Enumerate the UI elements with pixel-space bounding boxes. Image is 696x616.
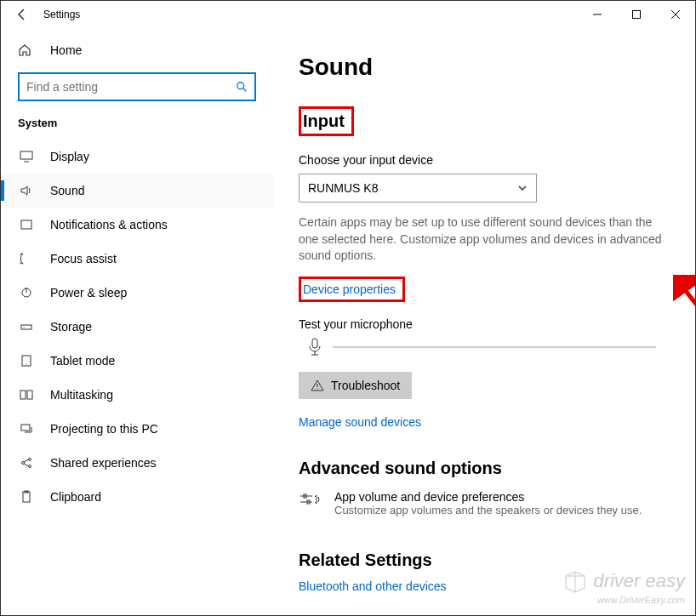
watermark: driver easy www.DriverEasy.com bbox=[562, 569, 685, 605]
related-heading: Related Settings bbox=[299, 550, 670, 570]
manage-devices-link[interactable]: Manage sound devices bbox=[299, 415, 421, 429]
nav-label: Tablet mode bbox=[50, 354, 115, 368]
section-label: System bbox=[1, 117, 273, 140]
sidebar-item-projecting[interactable]: Projecting to this PC bbox=[1, 412, 273, 446]
svg-rect-17 bbox=[21, 425, 30, 431]
svg-rect-15 bbox=[20, 391, 26, 399]
maximize-button[interactable] bbox=[617, 1, 656, 28]
sidebar-item-display[interactable]: Display bbox=[1, 140, 273, 174]
nav-label: Multitasking bbox=[50, 388, 113, 402]
button-label: Troubleshoot bbox=[331, 379, 400, 392]
home-nav[interactable]: Home bbox=[1, 37, 273, 64]
sidebar-item-sound[interactable]: Sound bbox=[1, 174, 273, 208]
nav-label: Sound bbox=[50, 184, 84, 197]
sidebar-item-focus-assist[interactable]: Focus assist bbox=[1, 242, 273, 276]
tablet-icon bbox=[18, 354, 35, 368]
sidebar-item-clipboard[interactable]: Clipboard bbox=[1, 480, 273, 514]
svg-point-12 bbox=[24, 327, 25, 328]
svg-rect-8 bbox=[21, 220, 31, 229]
sidebar-item-power[interactable]: Power & sleep bbox=[1, 276, 273, 310]
input-heading: Input bbox=[303, 111, 345, 131]
sidebar-item-shared[interactable]: Shared experiences bbox=[1, 446, 273, 480]
search-input[interactable] bbox=[18, 72, 256, 101]
close-button[interactable] bbox=[656, 1, 695, 28]
window-title: Settings bbox=[43, 9, 80, 20]
nav-label: Clipboard bbox=[50, 490, 101, 504]
svg-line-22 bbox=[24, 464, 29, 466]
nav-label: Display bbox=[50, 150, 89, 163]
storage-icon bbox=[18, 320, 35, 334]
choose-device-label: Choose your input device bbox=[299, 153, 670, 167]
svg-rect-1 bbox=[633, 11, 641, 19]
nav-label: Notifications & actions bbox=[50, 218, 168, 231]
svg-point-14 bbox=[26, 364, 27, 365]
svg-rect-11 bbox=[21, 325, 31, 329]
svg-rect-6 bbox=[20, 151, 32, 159]
multitasking-icon bbox=[18, 388, 35, 402]
nav-label: Projecting to this PC bbox=[50, 422, 158, 436]
microphone-icon bbox=[307, 338, 322, 356]
annotation-arrow bbox=[673, 275, 695, 334]
svg-line-21 bbox=[24, 459, 29, 462]
sidebar-item-storage[interactable]: Storage bbox=[1, 310, 273, 344]
focus-icon bbox=[18, 252, 35, 265]
test-mic-label: Test your microphone bbox=[299, 317, 670, 331]
chevron-down-icon bbox=[517, 183, 528, 193]
projecting-icon bbox=[18, 422, 35, 436]
minimize-button[interactable] bbox=[578, 1, 617, 28]
sliders-icon bbox=[299, 490, 322, 510]
clipboard-icon bbox=[18, 490, 35, 504]
device-properties-link[interactable]: Device properties bbox=[303, 282, 396, 296]
svg-rect-25 bbox=[312, 339, 317, 348]
watermark-brand: driver easy bbox=[593, 570, 685, 591]
nav-label: Shared experiences bbox=[50, 456, 157, 470]
search-icon bbox=[236, 81, 248, 93]
back-button[interactable] bbox=[9, 2, 35, 27]
display-icon bbox=[18, 150, 35, 163]
watermark-url: www.DriverEasy.com bbox=[562, 595, 685, 605]
troubleshoot-button[interactable]: Troubleshoot bbox=[299, 372, 412, 399]
dropdown-value: RUNMUS K8 bbox=[308, 181, 378, 195]
notifications-icon bbox=[18, 218, 35, 231]
sidebar-item-multitasking[interactable]: Multitasking bbox=[1, 378, 273, 412]
svg-point-29 bbox=[317, 388, 317, 389]
sidebar: Home System Display Sound Notifications … bbox=[1, 28, 273, 615]
input-device-dropdown[interactable]: RUNMUS K8 bbox=[299, 174, 537, 202]
app-volume-row[interactable]: App volume and device preferences Custom… bbox=[299, 490, 670, 516]
svg-rect-16 bbox=[27, 391, 32, 399]
title-bar: Settings bbox=[1, 1, 695, 28]
svg-rect-23 bbox=[23, 492, 30, 502]
nav-label: Focus assist bbox=[50, 252, 117, 265]
annotation-highlight: Input bbox=[299, 106, 354, 136]
mic-level-bar bbox=[333, 346, 656, 348]
shared-icon bbox=[18, 456, 35, 470]
nav-label: Power & sleep bbox=[50, 286, 127, 299]
nav-label: Storage bbox=[50, 320, 92, 334]
power-icon bbox=[18, 286, 35, 299]
page-title: Sound bbox=[299, 54, 670, 81]
app-volume-desc: Customize app volumes and the speakers o… bbox=[334, 504, 642, 516]
warning-icon bbox=[311, 379, 324, 392]
annotation-highlight: Device properties bbox=[299, 277, 405, 302]
svg-line-5 bbox=[243, 88, 247, 92]
sidebar-item-tablet[interactable]: Tablet mode bbox=[1, 344, 273, 378]
device-description: Certain apps may be set up to use differ… bbox=[299, 214, 670, 265]
sound-icon bbox=[18, 184, 35, 197]
app-volume-title: App volume and device preferences bbox=[334, 490, 642, 504]
home-icon bbox=[18, 43, 35, 57]
sidebar-item-notifications[interactable]: Notifications & actions bbox=[1, 208, 273, 242]
main-content: Sound Input Choose your input device RUN… bbox=[273, 28, 695, 615]
advanced-heading: Advanced sound options bbox=[299, 459, 670, 478]
search-field[interactable] bbox=[26, 80, 236, 94]
bluetooth-link[interactable]: Bluetooth and other devices bbox=[299, 579, 447, 593]
svg-point-4 bbox=[237, 83, 244, 89]
home-label: Home bbox=[50, 43, 82, 57]
